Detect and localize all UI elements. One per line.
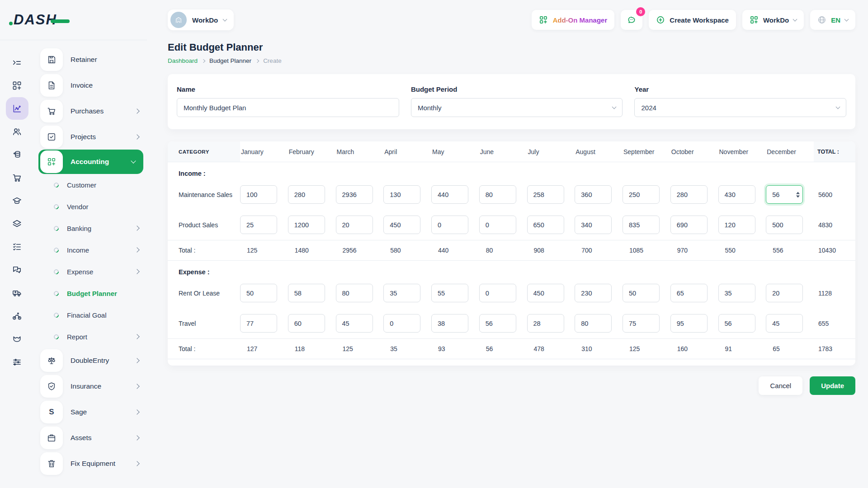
chat-icon[interactable] [11,264,23,276]
sidebar-item-sage[interactable]: S Sage [40,399,147,425]
budget-value-input[interactable] [336,216,373,234]
budget-value-input[interactable] [623,216,660,234]
budget-value-input[interactable] [575,284,612,302]
budget-value-input[interactable] [288,314,325,333]
language-button[interactable]: EN [810,10,855,30]
budget-value-input[interactable] [383,314,420,333]
month-total: 1085 [623,247,670,254]
cancel-button[interactable]: Cancel [759,376,802,395]
budget-value-input[interactable] [240,216,277,234]
budget-value-input[interactable] [240,284,277,302]
budget-value-input[interactable] [383,284,420,302]
coins-icon[interactable] [11,149,23,160]
name-input[interactable] [177,98,399,117]
dash-logo[interactable]: DASH [14,12,70,28]
budget-value-input[interactable] [479,216,516,234]
workdo-menu-button[interactable]: WorkDo [742,10,804,30]
budget-value-input[interactable] [336,314,373,333]
bullet-icon [53,333,60,340]
sidebar-subitem-finacial-goal[interactable]: Finacial Goal [40,304,147,326]
budget-value-input[interactable] [288,284,325,302]
budget-value-input[interactable] [670,185,708,204]
sidebar-subitem-customer[interactable]: Customer [40,174,147,196]
addon-manager-button[interactable]: Add-On Manager [532,10,614,30]
budget-value-input[interactable] [383,185,420,204]
budget-value-input[interactable] [479,314,516,333]
sidebar-item-projects[interactable]: Projects [40,124,147,150]
budget-value-input[interactable] [431,185,468,204]
month-total: 700 [575,247,623,254]
budget-value-input[interactable] [623,314,660,333]
sidebar-subitem-income[interactable]: Income [40,239,147,261]
budget-value-input[interactable] [479,185,516,204]
budget-value-input[interactable] [766,284,803,302]
layers-icon[interactable] [11,218,23,230]
budget-value-input[interactable] [718,185,755,204]
budget-value-input[interactable] [718,284,755,302]
sidebar-item-insurance[interactable]: Insurance [40,373,147,399]
graduation-cap-icon[interactable] [11,195,23,206]
sidebar-item-assets[interactable]: Assets [40,425,147,450]
budget-value-input[interactable] [575,185,612,204]
breadcrumb-budget-planner[interactable]: Budget Planner [209,57,251,64]
cart-icon [40,100,63,122]
budget-value-input[interactable] [623,185,660,204]
fox-icon[interactable] [11,333,23,345]
grid-plus-icon[interactable] [11,80,23,91]
month-total: 908 [527,247,575,254]
budget-period-select[interactable]: Monthly [411,98,623,117]
budget-value-input[interactable] [288,216,325,234]
budget-value-input[interactable] [527,185,564,204]
messages-button[interactable]: 0 [621,10,642,30]
budget-value-input[interactable] [383,216,420,234]
budget-value-input[interactable] [718,216,755,234]
truck-icon[interactable] [11,287,23,299]
budget-value-input[interactable] [431,216,468,234]
budget-value-input[interactable] [766,314,803,333]
page-head: Edit Budget Planner Dashboard Budget Pla… [168,42,855,64]
budget-value-input[interactable] [766,216,803,234]
budget-value-input[interactable] [670,216,708,234]
breadcrumb-dashboard[interactable]: Dashboard [168,57,198,64]
users-icon[interactable] [11,126,23,137]
sidebar-subitem-expense[interactable]: Expense [40,261,147,282]
budget-value-input[interactable] [670,284,708,302]
budget-value-input[interactable] [575,216,612,234]
budget-value-input[interactable] [718,314,755,333]
budget-value-input[interactable] [336,185,373,204]
budget-value-input[interactable] [240,185,277,204]
budget-value-input[interactable] [336,284,373,302]
budget-value-input[interactable] [527,314,564,333]
terminal-list-icon[interactable] [11,56,23,68]
sliders-icon[interactable] [11,356,23,368]
analytics-chart-icon[interactable] [6,97,28,120]
budget-value-input[interactable] [288,185,325,204]
budget-value-input[interactable] [575,314,612,333]
sidebar-item-retainer[interactable]: Retainer [40,47,147,72]
budget-value-input[interactable] [431,284,468,302]
task-list-icon[interactable] [11,241,23,253]
budget-value-input[interactable] [670,314,708,333]
sidebar-item-fix-equipment[interactable]: Fix Equipment [40,450,147,476]
budget-value-input[interactable] [623,284,660,302]
budget-value-input[interactable] [240,314,277,333]
sidebar-item-accounting[interactable]: Accounting [38,150,143,174]
sidebar-subitem-report[interactable]: Report [40,326,147,347]
budget-value-input[interactable] [431,314,468,333]
budget-value-input[interactable] [527,216,564,234]
create-workspace-button[interactable]: Create Workspace [649,10,736,30]
sidebar-subitem-vendor[interactable]: Vendor [40,196,147,217]
update-button[interactable]: Update [810,376,855,395]
sidebar-subitem-banking[interactable]: Banking [40,217,147,239]
sidebar-subitem-budget-planner[interactable]: Budget Planner [40,282,147,304]
sidebar-item-doubleentry[interactable]: DoubleEntry [40,347,147,373]
sidebar-item-purchases[interactable]: Purchases [40,98,147,124]
number-spinner[interactable] [796,192,800,197]
workspace-selector[interactable]: WorkDo [168,9,234,30]
budget-value-input[interactable] [479,284,516,302]
budget-value-input[interactable] [527,284,564,302]
sidebar-item-invoice[interactable]: Invoice [40,72,147,98]
cart-icon[interactable] [11,172,23,183]
bike-icon[interactable] [11,310,23,322]
year-select[interactable]: 2024 [634,98,846,117]
